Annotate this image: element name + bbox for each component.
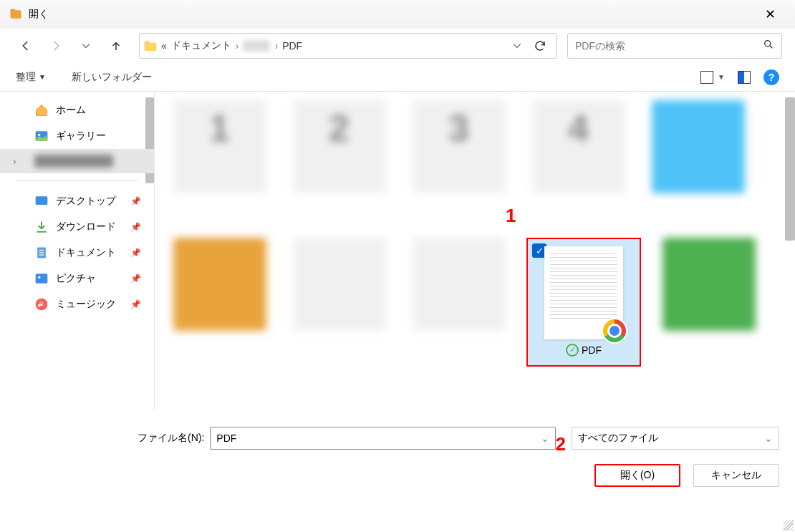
folder-icon <box>144 41 157 51</box>
button-row: 開く(O) キャンセル <box>0 461 795 497</box>
file-item[interactable] <box>526 100 630 222</box>
search-icon <box>763 39 774 53</box>
up-button[interactable] <box>103 33 129 59</box>
breadcrumb[interactable]: « ドキュメント › › PDF <box>139 33 557 59</box>
pin-icon: 📌 <box>130 248 141 258</box>
window-title: 開く <box>29 8 753 21</box>
content-scrollbar[interactable] <box>785 97 795 241</box>
back-button[interactable] <box>13 33 39 59</box>
svg-point-13 <box>38 276 40 279</box>
cancel-button[interactable]: キャンセル <box>693 464 779 487</box>
file-item-selected[interactable]: ✓ PDF <box>526 238 641 367</box>
organize-menu[interactable]: 整理 ▼ <box>16 71 46 84</box>
desktop-icon <box>34 194 49 208</box>
filename-row: ファイル名(N): PDF⌄ 2 すべてのファイル⌄ <box>0 410 795 461</box>
svg-rect-7 <box>36 196 48 205</box>
refresh-icon[interactable] <box>534 39 546 52</box>
open-button[interactable]: 開く(O) <box>594 464 680 487</box>
help-icon[interactable]: ? <box>763 69 779 85</box>
svg-point-4 <box>765 41 771 47</box>
file-item[interactable] <box>168 100 271 222</box>
sidebar-item-downloads[interactable]: ダウンロード📌 <box>0 214 154 240</box>
nav-row: « ドキュメント › › PDF <box>0 29 795 63</box>
titlebar: 開く ✕ <box>0 0 795 29</box>
svg-rect-9 <box>39 250 44 251</box>
sidebar-item-documents[interactable]: ドキュメント📌 <box>0 240 154 266</box>
chevron-down-icon[interactable] <box>512 41 522 51</box>
pin-icon: 📌 <box>130 196 141 206</box>
sidebar-item-gallery[interactable]: ギャラリー <box>0 123 154 149</box>
app-icon <box>9 7 23 21</box>
file-grid: 1 ✓ PDF <box>154 92 795 410</box>
chrome-icon <box>602 318 627 344</box>
sidebar: ホーム ギャラリー デスクトップ📌 ダウンロード📌 ドキュメント📌 ピクチャ📌 … <box>0 92 154 410</box>
sidebar-item-music[interactable]: ミュージック📌 <box>0 291 154 317</box>
sync-icon <box>566 344 579 357</box>
doc-thumbnail <box>544 246 623 339</box>
sidebar-item-pictures[interactable]: ピクチャ📌 <box>0 266 154 291</box>
view-mode-button[interactable]: ▼ <box>700 71 725 84</box>
filetype-select[interactable]: すべてのファイル⌄ <box>572 427 779 450</box>
pin-icon: 📌 <box>130 299 141 309</box>
svg-rect-12 <box>36 274 48 283</box>
file-item[interactable] <box>287 100 391 222</box>
gallery-icon <box>34 129 49 143</box>
close-button[interactable]: ✕ <box>753 3 786 26</box>
svg-rect-3 <box>145 41 150 44</box>
sidebar-item-cloud[interactable] <box>0 149 154 173</box>
preview-pane-button[interactable] <box>738 71 751 84</box>
file-item[interactable] <box>646 100 750 222</box>
music-icon <box>34 297 49 311</box>
file-label: PDF <box>566 344 602 357</box>
svg-point-6 <box>38 134 40 136</box>
file-item[interactable] <box>287 238 391 359</box>
filename-label: ファイル名(N): <box>138 432 204 445</box>
file-item[interactable] <box>168 238 271 359</box>
toolbar: 整理 ▼ 新しいフォルダー ▼ ? <box>0 63 795 92</box>
sidebar-item-desktop[interactable]: デスクトップ📌 <box>0 188 154 214</box>
breadcrumb-path: « ドキュメント › › PDF <box>161 39 302 52</box>
forward-button[interactable] <box>43 33 69 59</box>
search-input[interactable] <box>567 33 782 59</box>
annotation-2: 2 <box>556 433 566 455</box>
home-icon <box>34 103 49 117</box>
download-icon <box>34 220 49 234</box>
annotation-1: 1 <box>506 205 516 227</box>
file-item[interactable] <box>407 238 511 359</box>
filename-input[interactable]: PDF⌄ <box>210 427 555 450</box>
recent-dropdown[interactable] <box>73 33 99 59</box>
pin-icon: 📌 <box>130 222 141 232</box>
svg-rect-1 <box>11 9 16 12</box>
sidebar-item-home[interactable]: ホーム <box>0 97 154 123</box>
file-item[interactable] <box>407 100 511 222</box>
main-area: ホーム ギャラリー デスクトップ📌 ダウンロード📌 ドキュメント📌 ピクチャ📌 … <box>0 92 795 410</box>
document-icon <box>34 246 49 260</box>
file-item[interactable] <box>657 238 761 359</box>
svg-rect-10 <box>39 252 44 253</box>
pictures-icon <box>34 271 49 286</box>
new-folder-button[interactable]: 新しいフォルダー <box>72 71 152 84</box>
svg-rect-11 <box>39 255 44 256</box>
pin-icon: 📌 <box>130 274 141 284</box>
resize-grip[interactable] <box>784 521 794 531</box>
